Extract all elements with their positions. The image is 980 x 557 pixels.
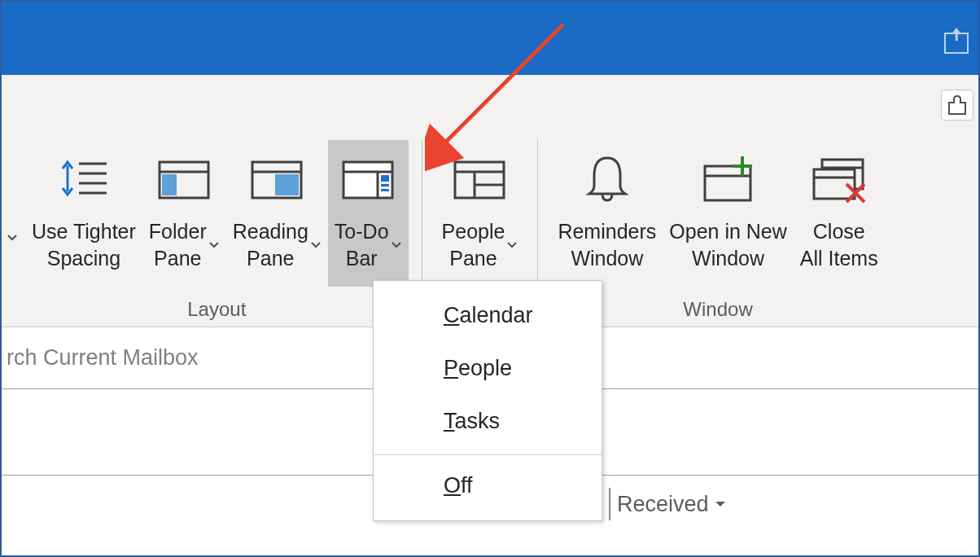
open-new-window-button[interactable]: Open in New Window bbox=[663, 140, 794, 287]
use-tighter-spacing-button[interactable]: Use Tighter Spacing bbox=[25, 140, 142, 287]
svg-rect-16 bbox=[381, 189, 389, 191]
svg-rect-14 bbox=[381, 175, 389, 182]
svg-rect-15 bbox=[381, 184, 389, 186]
close-all-items-button[interactable]: Close All Items bbox=[794, 140, 885, 287]
todo-bar-button[interactable]: To-Do Bar bbox=[328, 140, 409, 287]
folder-pane-button[interactable]: Folder Pane bbox=[142, 140, 226, 287]
chevron-down-icon bbox=[391, 241, 402, 249]
group-label-layout: Layout bbox=[187, 298, 246, 321]
close-all-icon bbox=[807, 145, 871, 215]
sort-label-text: Received bbox=[617, 492, 709, 517]
separator bbox=[537, 140, 538, 295]
menu-tasks[interactable]: Tasks bbox=[374, 395, 602, 448]
menu-people[interactable]: People bbox=[374, 342, 602, 395]
folder-pane-icon bbox=[155, 145, 213, 215]
button-label: Open in New Window bbox=[669, 218, 787, 271]
title-bar bbox=[2, 2, 978, 75]
svg-rect-17 bbox=[455, 162, 504, 198]
bell-icon bbox=[583, 145, 632, 215]
chevron-down-icon bbox=[310, 241, 322, 249]
svg-rect-7 bbox=[162, 174, 177, 195]
todo-bar-icon bbox=[339, 145, 397, 215]
addins-button[interactable] bbox=[941, 90, 973, 121]
layout-group: Use Tighter Spacing Folder Pane bbox=[22, 140, 412, 321]
button-label: Close All Items bbox=[800, 218, 878, 271]
people-pane-icon bbox=[450, 145, 509, 215]
button-label: Use Tighter Spacing bbox=[32, 218, 136, 271]
chevron-down-icon bbox=[714, 499, 727, 509]
button-label: People Pane bbox=[442, 218, 505, 271]
reading-pane-icon bbox=[247, 145, 306, 215]
chevron-down-icon bbox=[506, 241, 518, 249]
separator bbox=[422, 140, 422, 295]
reading-pane-button[interactable]: Reading Pane bbox=[226, 140, 328, 287]
people-group: People Pane bbox=[432, 140, 528, 298]
reminders-window-button[interactable]: Reminders Window bbox=[551, 140, 663, 287]
todo-bar-dropdown: Calendar People Tasks Off bbox=[373, 280, 602, 521]
button-label: Folder Pane bbox=[149, 218, 207, 271]
tighter-spacing-icon bbox=[56, 145, 112, 215]
button-label: Reading Pane bbox=[233, 218, 308, 271]
chevron-down-icon bbox=[208, 241, 220, 249]
menu-off[interactable]: Off bbox=[374, 454, 602, 512]
people-pane-button[interactable]: People Pane bbox=[435, 140, 525, 287]
collapse-ribbon-icon[interactable] bbox=[944, 33, 969, 54]
menu-calendar[interactable]: Calendar bbox=[374, 289, 602, 342]
group-label-window: Window bbox=[683, 298, 752, 321]
search-placeholder: rch Current Mailbox bbox=[7, 345, 199, 371]
button-label: Reminders Window bbox=[558, 218, 656, 271]
sort-by-received[interactable]: Received bbox=[609, 488, 727, 520]
button-label: To-Do Bar bbox=[335, 218, 389, 271]
new-window-icon bbox=[697, 145, 760, 215]
svg-rect-10 bbox=[275, 174, 299, 195]
partial-dropdown-button[interactable] bbox=[2, 140, 22, 336]
